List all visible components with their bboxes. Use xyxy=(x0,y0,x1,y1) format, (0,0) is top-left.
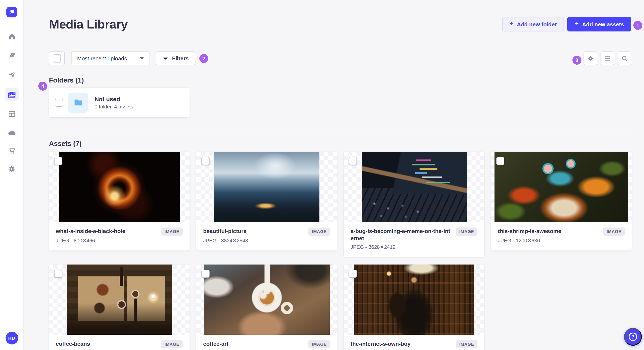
annotation-badge-3: 3 xyxy=(572,56,582,65)
strapi-logo-icon xyxy=(8,8,15,15)
asset-meta-area: this-shrimp-is-awesome IMAGE JPEG - 1200… xyxy=(491,222,632,250)
add-new-assets-button[interactable]: + Add new assets xyxy=(568,17,631,31)
asset-type-badge: IMAGE xyxy=(456,227,478,236)
asset-title: the-internet-s-own-boy xyxy=(350,340,452,348)
folder-checkbox[interactable] xyxy=(55,98,63,107)
asset-title: beautiful-picture xyxy=(203,227,305,235)
asset-type-badge: IMAGE xyxy=(161,227,183,236)
list-view-icon xyxy=(604,55,611,62)
asset-image-code-laptop xyxy=(362,152,466,222)
asset-thumbnail xyxy=(49,152,190,222)
asset-image-coffee-beans xyxy=(67,265,172,335)
asset-dimensions: JPEG - 1200✕630 xyxy=(498,238,625,244)
asset-title: a-bug-is-becoming-a-meme-on-the-internet xyxy=(350,227,452,242)
asset-type-badge: IMAGE xyxy=(456,340,478,348)
logo-wrap xyxy=(0,0,24,24)
asset-meta-area: the-internet-s-own-boy IMAGE JPEG - 1200… xyxy=(344,335,484,350)
asset-thumbnail xyxy=(344,152,484,222)
home-icon xyxy=(8,32,16,41)
asset-type-badge: IMAGE xyxy=(308,340,330,348)
sidebar-item-cloud[interactable] xyxy=(5,126,18,139)
asset-checkbox[interactable] xyxy=(202,157,210,165)
folder-card[interactable]: Not used 0 folder, 4 assets xyxy=(49,88,190,117)
asset-title: this-shrimp-is-awesome xyxy=(498,227,600,235)
cloud-icon xyxy=(7,128,16,137)
page-title: Media Library xyxy=(49,17,128,31)
asset-thumbnail xyxy=(491,152,632,222)
asset-thumbnail xyxy=(196,265,337,335)
asset-card[interactable]: coffee-art IMAGE JPEG - 5824✕3259 xyxy=(196,265,337,350)
sidebar-item-content-builder[interactable] xyxy=(5,49,18,62)
asset-image-mountains xyxy=(214,152,320,222)
asset-thumbnail xyxy=(49,265,190,335)
asset-checkbox[interactable] xyxy=(496,157,504,165)
folder-tile xyxy=(68,93,88,113)
search-button[interactable] xyxy=(618,51,631,65)
asset-dimensions: JPEG - 3824✕2548 xyxy=(203,238,330,244)
paper-plane-icon xyxy=(8,71,16,79)
asset-checkbox[interactable] xyxy=(54,157,62,165)
folder-text: Not used 0 folder, 4 assets xyxy=(94,95,133,110)
add-assets-label: Add new assets xyxy=(582,21,624,27)
asset-image-library-boy xyxy=(354,265,474,335)
asset-image-coffee-art xyxy=(204,265,330,335)
filters-button[interactable]: Filters xyxy=(156,51,195,65)
folder-meta: 0 folder, 4 assets xyxy=(94,104,133,110)
chevron-down-icon xyxy=(140,57,144,59)
asset-title: coffee-beans xyxy=(56,340,158,348)
asset-thumbnail xyxy=(344,265,484,335)
app-root: KD Media Library + Add new folder + Add … xyxy=(0,0,644,350)
asset-card[interactable]: beautiful-picture IMAGE JPEG - 3824✕2548 xyxy=(196,152,337,250)
asset-image-black-hole xyxy=(59,152,180,222)
sort-dropdown[interactable]: Most recent uploads xyxy=(71,51,150,65)
sidebar-item-settings[interactable] xyxy=(5,162,18,176)
asset-card[interactable]: coffee-beans IMAGE JPEG - 5021✕3347 xyxy=(49,265,190,350)
annotation-badge-1: 1 xyxy=(633,21,642,30)
asset-checkbox[interactable] xyxy=(54,270,62,278)
strapi-logo[interactable] xyxy=(6,6,17,17)
folders-heading: Folders (1) xyxy=(49,77,84,84)
sidebar-item-marketplace[interactable] xyxy=(5,144,18,157)
asset-thumbnail xyxy=(196,152,337,222)
sidebar-item-content-manager[interactable] xyxy=(5,107,18,121)
asset-card[interactable]: a-bug-is-becoming-a-meme-on-the-internet… xyxy=(344,152,484,257)
sidebar-item-home[interactable] xyxy=(5,30,18,43)
view-actions xyxy=(584,51,631,65)
asset-dimensions: JPEG - 3628✕2419 xyxy=(350,244,478,250)
asset-card[interactable]: the-internet-s-own-boy IMAGE JPEG - 1200… xyxy=(344,265,484,350)
asset-checkbox[interactable] xyxy=(349,157,357,165)
assets-heading: Assets (7) xyxy=(49,140,82,148)
select-all-checkbox-button[interactable] xyxy=(49,51,65,65)
annotation-badge-2: 2 xyxy=(199,54,208,63)
help-icon: ? xyxy=(629,333,637,341)
asset-checkbox[interactable] xyxy=(349,270,357,278)
asset-type-badge: IMAGE xyxy=(603,227,625,236)
asset-meta-area: a-bug-is-becoming-a-meme-on-the-internet… xyxy=(344,222,484,257)
asset-title: what-s-inside-a-black-hole xyxy=(56,227,158,235)
grid-settings-button[interactable] xyxy=(584,51,597,65)
sidebar-item-media-library[interactable] xyxy=(5,88,18,101)
asset-checkbox[interactable] xyxy=(202,270,210,278)
asset-meta-area: coffee-beans IMAGE JPEG - 5021✕3347 xyxy=(49,335,190,350)
sidebar-item-releases[interactable] xyxy=(5,68,18,82)
folder-icon xyxy=(73,97,83,108)
feather-icon xyxy=(8,51,16,60)
main-content: Media Library + Add new folder + Add new… xyxy=(24,0,644,350)
page-header: Media Library + Add new folder + Add new… xyxy=(49,17,631,31)
folder-name: Not used xyxy=(94,95,133,102)
list-view-button[interactable] xyxy=(600,51,614,65)
filters-label: Filters xyxy=(172,55,189,61)
assets-grid: what-s-inside-a-black-hole IMAGE JPEG - … xyxy=(49,152,632,350)
add-new-folder-button[interactable]: + Add new folder xyxy=(502,17,564,31)
user-avatar[interactable]: KD xyxy=(5,332,18,345)
asset-title: coffee-art xyxy=(203,340,305,348)
help-button[interactable]: ? xyxy=(624,328,642,346)
asset-card[interactable]: what-s-inside-a-black-hole IMAGE JPEG - … xyxy=(49,152,190,250)
sidebar: KD xyxy=(0,0,24,350)
select-all-checkbox[interactable] xyxy=(53,54,61,62)
search-icon xyxy=(621,55,628,62)
toolbar: Most recent uploads Filters xyxy=(49,51,631,65)
asset-card[interactable]: this-shrimp-is-awesome IMAGE JPEG - 1200… xyxy=(491,152,632,250)
cart-icon xyxy=(8,146,16,155)
asset-dimensions: JPEG - 800✕466 xyxy=(56,238,183,244)
